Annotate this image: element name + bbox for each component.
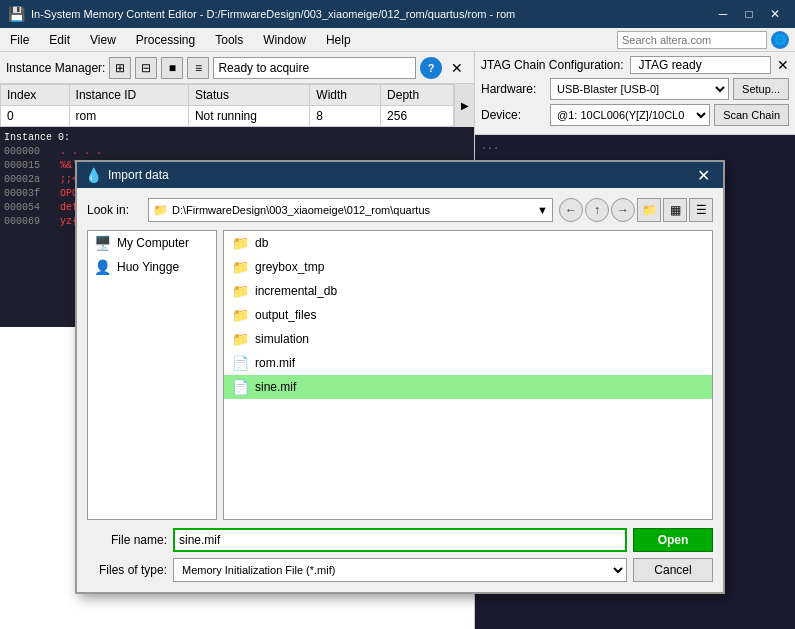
filename-row: File name: Open xyxy=(87,528,713,552)
jtag-close-button[interactable]: ✕ xyxy=(777,57,789,73)
file-item-greybox[interactable]: 📁 greybox_tmp xyxy=(224,255,712,279)
maximize-button[interactable]: □ xyxy=(737,4,761,24)
file-sinemif-label: sine.mif xyxy=(255,380,296,394)
filename-input[interactable] xyxy=(173,528,627,552)
file-simulation-label: simulation xyxy=(255,332,309,346)
jtag-config-label: JTAG Chain Configuration: xyxy=(481,58,624,72)
addr-4: 000054 xyxy=(4,201,54,215)
search-area: 🌐 xyxy=(617,31,795,49)
view-icons-button[interactable]: ▦ xyxy=(663,198,687,222)
minimize-button[interactable]: ─ xyxy=(711,4,735,24)
tree-item-mycomputer[interactable]: 🖥️ My Computer xyxy=(88,231,216,255)
scroll-right[interactable]: ▶ xyxy=(454,84,474,127)
hardware-label: Hardware: xyxy=(481,82,546,96)
file-rommif-label: rom.mif xyxy=(255,356,295,370)
navigation-buttons: ← ↑ → 📁 ▦ ☰ xyxy=(559,198,713,222)
file-browser: 🖥️ My Computer 👤 Huo Yingge 📁 db 📁 greyb… xyxy=(87,230,713,520)
title-text: In-System Memory Content Editor - D:/Fir… xyxy=(31,8,705,20)
menu-tools[interactable]: Tools xyxy=(205,28,253,51)
computer-icon: 🖥️ xyxy=(94,235,111,251)
tree-user-label: Huo Yingge xyxy=(117,260,179,274)
menu-processing[interactable]: Processing xyxy=(126,28,205,51)
cell-instance-id: rom xyxy=(69,106,188,127)
import-dialog: 💧 Import data ✕ Look in: 📁 D:\FirmwareDe… xyxy=(75,160,725,594)
setup-button[interactable]: Setup... xyxy=(733,78,789,100)
folder-simulation-icon: 📁 xyxy=(232,331,249,347)
file-item-simulation[interactable]: 📁 simulation xyxy=(224,327,712,351)
instance-close-button[interactable]: ✕ xyxy=(446,57,468,79)
cell-status: Not running xyxy=(188,106,309,127)
mem-header: Instance 0: xyxy=(4,131,470,145)
col-depth: Depth xyxy=(381,85,454,106)
nav-back-button[interactable]: ← xyxy=(559,198,583,222)
cancel-button[interactable]: Cancel xyxy=(633,558,713,582)
file-item-sinemif[interactable]: 📄 sine.mif xyxy=(224,375,712,399)
file-incremental-label: incremental_db xyxy=(255,284,337,298)
look-in-label: Look in: xyxy=(87,203,142,217)
ascii-0: . . . . xyxy=(60,145,102,159)
look-in-path: 📁 D:\FirmwareDesign\003_xiaomeige\012_ro… xyxy=(148,198,553,222)
instance-toolbar: Instance Manager: ⊞ ⊟ ■ ≡ Ready to acqui… xyxy=(0,52,474,84)
instance-table: Index Instance ID Status Width Depth 0 r… xyxy=(0,84,454,127)
menu-help[interactable]: Help xyxy=(316,28,361,51)
ready-status: Ready to acquire xyxy=(213,57,416,79)
col-instance-id: Instance ID xyxy=(69,85,188,106)
nav-up-button[interactable]: ↑ xyxy=(585,198,609,222)
new-folder-button[interactable]: 📁 xyxy=(637,198,661,222)
file-item-db[interactable]: 📁 db xyxy=(224,231,712,255)
col-width: Width xyxy=(310,85,381,106)
open-button[interactable]: Open xyxy=(633,528,713,552)
addr-1: 000015 xyxy=(4,159,54,173)
file-item-output[interactable]: 📁 output_files xyxy=(224,303,712,327)
dialog-title: Import data xyxy=(108,168,685,182)
folder-incremental-icon: 📁 xyxy=(232,283,249,299)
toolbar-btn-2[interactable]: ⊟ xyxy=(135,57,157,79)
addr-0: 000000 xyxy=(4,145,54,159)
help-button[interactable]: ? xyxy=(420,57,442,79)
dialog-titlebar: 💧 Import data ✕ xyxy=(77,162,723,188)
folder-icon: 📁 xyxy=(153,203,168,217)
user-icon: 👤 xyxy=(94,259,111,275)
folder-db-icon: 📁 xyxy=(232,235,249,251)
right-mem-header: ... xyxy=(481,141,789,152)
scan-chain-button[interactable]: Scan Chain xyxy=(714,104,789,126)
col-status: Status xyxy=(188,85,309,106)
device-select[interactable]: @1: 10CL006(Y[Z]/10CL0 xyxy=(550,104,710,126)
menu-file[interactable]: File xyxy=(0,28,39,51)
nav-forward-button[interactable]: → xyxy=(611,198,635,222)
view-list-button[interactable]: ☰ xyxy=(689,198,713,222)
search-input[interactable] xyxy=(617,31,767,49)
filetype-select[interactable]: Memory Initialization File (*.mif) xyxy=(173,558,627,582)
tree-mycomputer-label: My Computer xyxy=(117,236,189,250)
file-sinemif-icon: 📄 xyxy=(232,379,249,395)
menu-window[interactable]: Window xyxy=(253,28,316,51)
right-mem-more-btn[interactable]: ... xyxy=(481,141,499,152)
menu-edit[interactable]: Edit xyxy=(39,28,80,51)
mem-panel-header: Instance 0: xyxy=(4,131,70,145)
close-button[interactable]: ✕ xyxy=(763,4,787,24)
dialog-icon: 💧 xyxy=(85,167,102,183)
filetype-row: Files of type: Memory Initialization Fil… xyxy=(87,558,713,582)
jtag-header: JTAG Chain Configuration: JTAG ready ✕ xyxy=(481,56,789,74)
right-files: 📁 db 📁 greybox_tmp 📁 incremental_db 📁 ou… xyxy=(223,230,713,520)
left-tree: 🖥️ My Computer 👤 Huo Yingge xyxy=(87,230,217,520)
table-row[interactable]: 0 rom Not running 8 256 xyxy=(1,106,454,127)
dialog-close-button[interactable]: ✕ xyxy=(691,165,715,185)
dialog-body: Look in: 📁 D:\FirmwareDesign\003_xiaomei… xyxy=(77,188,723,592)
toolbar-btn-4[interactable]: ≡ xyxy=(187,57,209,79)
look-in-path-text: D:\FirmwareDesign\003_xiaomeige\012_rom\… xyxy=(172,204,533,216)
cell-index: 0 xyxy=(1,106,70,127)
menu-view[interactable]: View xyxy=(80,28,126,51)
file-rommif-icon: 📄 xyxy=(232,355,249,371)
hardware-select[interactable]: USB-Blaster [USB-0] xyxy=(550,78,729,100)
addr-5: 000069 xyxy=(4,215,54,229)
addr-2: 00002a xyxy=(4,173,54,187)
cell-width: 8 xyxy=(310,106,381,127)
file-greybox-label: greybox_tmp xyxy=(255,260,324,274)
filename-label: File name: xyxy=(87,533,167,547)
toolbar-btn-stop[interactable]: ■ xyxy=(161,57,183,79)
toolbar-btn-1[interactable]: ⊞ xyxy=(109,57,131,79)
file-item-incremental[interactable]: 📁 incremental_db xyxy=(224,279,712,303)
file-item-rommif[interactable]: 📄 rom.mif xyxy=(224,351,712,375)
tree-item-user[interactable]: 👤 Huo Yingge xyxy=(88,255,216,279)
